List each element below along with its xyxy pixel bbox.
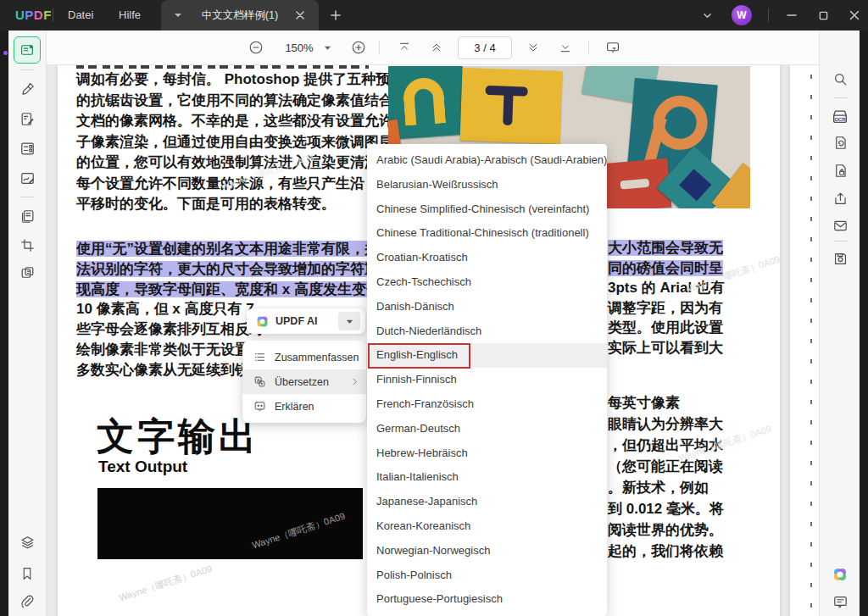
divider [768,8,769,22]
next-page-button[interactable] [521,31,545,64]
menu-file[interactable]: Datei [59,0,102,31]
menu-item-label: Erklären [275,401,314,413]
doc-text-line: ，但仍超出平均水 [608,435,724,456]
updf-ai-floating-toolbar[interactable]: UPDF AI [247,308,365,334]
svg-text:OCR: OCR [834,117,846,122]
attachments-panel-button[interactable] [14,589,40,614]
bookmarks-panel-button[interactable] [14,561,40,586]
zoom-dropdown-button[interactable] [320,31,334,64]
language-option[interactable]: Belarusian-Weißrussisch [367,173,607,197]
organize-pages-tool-button[interactable] [14,203,40,229]
summarize-icon [253,351,266,363]
ai-toolbar-dropdown-button[interactable] [338,312,360,330]
right-column-top: 大小范围会导致无 同的磅值会同时呈 3pts 的 Arial 也有 调整字距，因… [608,238,725,358]
sign-tool-button[interactable] [14,165,40,191]
language-option[interactable]: Danish-Dänisch [367,295,607,319]
language-option[interactable]: Croatian-Kroatisch [367,246,607,270]
language-option[interactable]: Norwegian-Norwegisch [367,539,607,563]
language-option[interactable]: Czech-Tschechisch [367,270,607,295]
doc-text-line: 阅读世界的优势。 [608,519,724,541]
user-menu-chevron[interactable] [697,5,717,25]
caret-down-icon [346,318,353,325]
zoom-in-button[interactable] [347,31,370,64]
language-option[interactable]: Arabic (Saudi Arabia)-Arabisch (Saudi-Ar… [367,148,607,173]
doc-text-line: 每英寸像素 [608,392,724,413]
menu-item-label: Zusammenfassen [275,352,359,363]
doc-text-line: 每个设置允许不同数量的来源，有些只产生沿 x 轴 [76,174,404,195]
language-option[interactable]: Japanese-Japanisch [367,490,607,514]
search-icon [832,71,849,87]
language-option[interactable]: Chinese Simplified-Chinesisch (vereinfac… [367,197,607,222]
convert-tool-button[interactable] [14,260,40,286]
first-page-icon [398,41,411,54]
divider [379,41,380,54]
layers-panel-button[interactable] [14,530,40,555]
logo-letter: U [15,8,25,22]
language-option[interactable]: Portuguese-Portugiesisch [367,587,607,612]
divider [20,197,34,197]
photo-tile [388,66,467,140]
form-icon [19,141,36,157]
email-button[interactable] [827,213,853,238]
reader-tool-button[interactable] [14,36,41,64]
updf-ai-sidebar-button[interactable] [827,562,853,587]
language-option[interactable]: Italian-Italienisch [367,465,607,490]
share-button[interactable] [827,186,853,211]
feedback-chat-button[interactable] [827,589,853,614]
tab-close-button[interactable] [290,5,310,25]
doc-text-line: 子像素渲染，但通过使用自由变换选项来微调图层 [76,132,404,153]
doc-text-line: 3pts 的 Arial 也有 [608,278,725,298]
maximize-button[interactable] [813,5,833,25]
language-option-selected[interactable]: English-Englisch [367,343,607,368]
form-tool-button[interactable] [14,136,40,161]
compress-pdf-button[interactable] [827,130,853,155]
divider [588,41,589,54]
document-tab[interactable]: 中文文档样例(1) [161,0,319,31]
close-icon [296,11,304,19]
language-option[interactable]: Finnish-Finnisch [367,368,607,392]
menu-item-explain[interactable]: Erklären [242,394,366,419]
edit-pdf-tool-button[interactable] [14,106,40,131]
new-tab-button[interactable] [326,5,346,25]
ocr-icon: OCR [831,108,849,126]
save-button[interactable] [827,246,853,271]
zoom-level-value[interactable]: 150% [281,31,317,64]
menu-item-translate[interactable]: A Übersetzen [242,369,366,394]
view-toolbar: 150% 3 / 4 [46,31,819,65]
language-option[interactable]: Chinese Traditional-Chinesisch (traditio… [367,221,607,246]
close-window-button[interactable] [844,5,865,25]
page-number-input[interactable]: 3 / 4 [458,36,512,59]
comment-tool-button[interactable] [14,75,40,101]
ocr-button[interactable]: OCR [827,104,853,130]
crop-tool-button[interactable] [14,232,40,258]
title-bar: UPDF Datei Hilfe 中文文档样例(1) W [0,0,868,31]
minimize-button[interactable] [782,5,802,25]
menu-help[interactable]: Hilfe [110,0,149,31]
doc-text-line: 的抗锯齿设置，它使用不同的算法确定像素值结合 [76,91,404,112]
chevrons-down-icon [526,41,540,54]
menu-item-summarize[interactable]: Zusammenfassen [242,345,366,369]
language-option[interactable]: Dutch-Niederländisch [367,319,607,344]
explain-icon [253,400,266,413]
previous-page-button[interactable] [425,31,448,64]
search-button[interactable] [827,66,853,92]
language-option[interactable]: French-Französisch [367,392,607,417]
edit-document-icon [19,111,36,127]
left-toolbar [8,31,47,616]
doc-text-line: 到 0.012 毫米。将 [608,498,724,519]
doc-text-line: 平移时的变化。下面是可用的表格转变。 [76,194,404,215]
highlighted-text: 大小范围会导致无 [608,240,723,256]
protect-pdf-button[interactable] [827,158,853,183]
presentation-mode-button[interactable] [600,31,626,64]
updf-ai-label: UPDF AI [275,315,318,327]
last-page-button[interactable] [554,31,577,64]
language-option[interactable]: Korean-Koreanisch [367,514,607,539]
first-page-button[interactable] [392,31,416,64]
language-option[interactable]: Polish-Polnisch [367,563,607,588]
language-option[interactable]: Hebrew-Hebräisch [367,441,607,466]
language-option[interactable]: German-Deutsch [367,417,607,441]
doc-text-line: 类型。使用此设置 [608,318,725,338]
user-avatar[interactable]: W [732,5,752,25]
ai-context-menu: Zusammenfassen A Übersetzen Erklären [242,341,366,423]
zoom-out-button[interactable] [244,31,268,64]
